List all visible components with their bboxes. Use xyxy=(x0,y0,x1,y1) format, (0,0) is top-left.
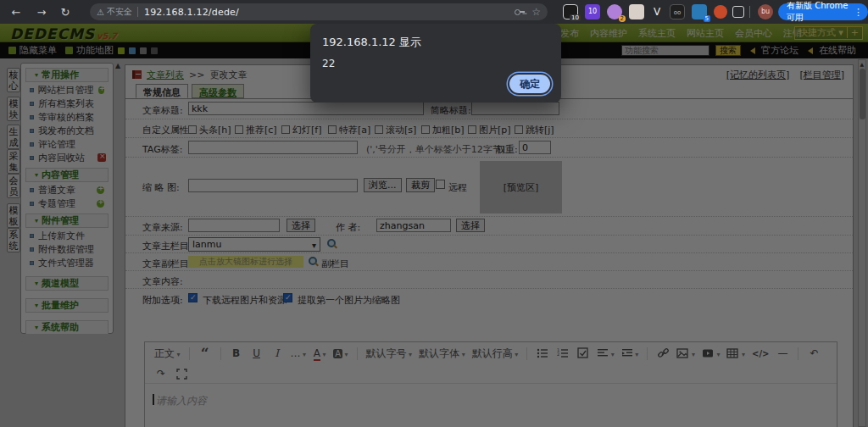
extension-blue-icon[interactable]: 5 xyxy=(692,4,707,19)
extension-monitor-icon[interactable]: 10 xyxy=(563,4,578,19)
screen: ← → ↻ ⚠ 不安全 192.168.1.12/dede/ ☆ 10 10 2… xyxy=(0,0,868,427)
browser-toolbar: ← → ↻ ⚠ 不安全 192.168.1.12/dede/ ☆ 10 10 2… xyxy=(0,0,868,24)
chrome-update-label: 有新版 Chrome 可用 xyxy=(787,0,849,24)
forward-icon[interactable]: → xyxy=(32,6,51,19)
extension-badge: 5 xyxy=(704,15,710,22)
extension-circle-icon[interactable]: 2 xyxy=(607,4,622,19)
not-secure-label[interactable]: 不安全 xyxy=(107,6,132,18)
extension-red-icon[interactable] xyxy=(714,5,727,19)
profile-avatar[interactable]: bu xyxy=(758,4,773,19)
password-key-icon[interactable] xyxy=(515,8,525,16)
url-text[interactable]: 192.168.1.12/dede/ xyxy=(144,7,515,18)
dialog-title: 192.168.1.12 显示 xyxy=(322,35,549,50)
extension-purple-icon[interactable]: 10 xyxy=(585,4,600,19)
not-secure-warning-icon: ⚠ xyxy=(97,8,104,17)
extensions-menu-icon[interactable] xyxy=(732,6,744,18)
dialog-message: 22 xyxy=(322,58,549,69)
toolbar-divider xyxy=(749,6,750,18)
browser-menu-icon[interactable]: ⋮ xyxy=(854,7,863,18)
extension-badge: 10 xyxy=(588,8,597,15)
omnibox-divider xyxy=(137,7,138,17)
extension-badge: 10 xyxy=(570,14,581,21)
back-icon[interactable]: ← xyxy=(7,6,25,19)
extension-badge: 2 xyxy=(619,15,626,22)
dialog-ok-button[interactable]: 确定 xyxy=(509,75,550,93)
extension-face-icon[interactable]: oo xyxy=(670,4,685,19)
alert-dialog: 192.168.1.12 显示 22 确定 xyxy=(310,24,561,103)
extension-avatar-icon[interactable] xyxy=(629,4,644,19)
address-bar[interactable]: ⚠ 不安全 192.168.1.12/dede/ ☆ xyxy=(90,3,548,20)
reload-icon[interactable]: ↻ xyxy=(56,6,75,19)
bookmark-star-icon[interactable]: ☆ xyxy=(531,6,541,18)
chrome-update-button[interactable]: 有新版 Chrome 可用 ⋮ xyxy=(778,3,868,20)
extension-v-icon[interactable]: V xyxy=(649,4,665,19)
